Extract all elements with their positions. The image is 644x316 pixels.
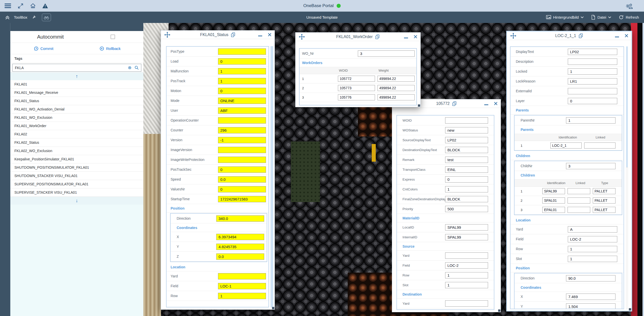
resize-handle[interactable] (629, 308, 631, 310)
field-input-displaytext[interactable] (568, 49, 617, 55)
page-scrollbar[interactable] (642, 23, 644, 316)
tag-list-item[interactable]: FKLA01_WO_Activation_Denial (10, 105, 143, 113)
field-input-yard[interactable] (445, 300, 488, 307)
cell-input[interactable] (568, 197, 590, 204)
field-input-field[interactable] (218, 283, 266, 289)
move-handle-icon[interactable] (510, 33, 517, 39)
field-input-sourcedisplaytext[interactable] (445, 137, 488, 143)
field-input-y[interactable] (566, 303, 615, 309)
field-input-externalid[interactable] (568, 88, 617, 94)
user-settings-icon[interactable] (625, 3, 633, 9)
dialog-titlebar[interactable]: LOC-2_1_1 (507, 32, 631, 40)
cell-input[interactable] (593, 188, 615, 194)
field-input-description[interactable] (568, 59, 617, 65)
field-input-malfunction[interactable] (218, 68, 266, 74)
field-input-postrack[interactable] (218, 78, 266, 84)
field-input-priority[interactable] (445, 206, 488, 212)
field-input-slot[interactable] (445, 282, 488, 288)
field-input-cntcolors[interactable] (445, 186, 488, 192)
wrench-icon[interactable] (31, 15, 36, 20)
cell-input[interactable] (338, 76, 375, 82)
field-input-mode[interactable] (218, 98, 266, 104)
cell-input[interactable] (542, 188, 565, 194)
tag-list-item[interactable]: Keepalive_PositionSimulator_FKLA01 (10, 155, 143, 163)
home-icon[interactable] (30, 3, 36, 9)
field-input-remark[interactable] (445, 157, 488, 163)
field-input-x[interactable] (566, 294, 615, 300)
field-input-express[interactable] (445, 176, 488, 183)
alert-icon[interactable] (42, 3, 48, 8)
tag-list-item[interactable]: SHUTDOWN_POSITIONSIMULATOR_FKLA01 (10, 163, 143, 172)
cell-input[interactable] (568, 188, 590, 194)
field-input-parentnr[interactable] (566, 117, 615, 124)
dialog-titlebar[interactable]: FKLA01_WorkOrder (296, 33, 420, 41)
dialog-scrollbar[interactable] (271, 46, 273, 307)
field-input-x[interactable] (216, 234, 264, 240)
background-image-button[interactable]: Hintergrundbild (546, 15, 584, 19)
copy-icon[interactable] (231, 32, 235, 37)
cell-input[interactable] (338, 85, 375, 91)
dialog-scrollbar[interactable] (626, 46, 628, 309)
field-input-field[interactable] (445, 262, 488, 269)
field-input-postracksec[interactable] (218, 166, 266, 173)
cell-input[interactable] (542, 197, 565, 204)
cell-input[interactable] (378, 94, 415, 100)
cell-input[interactable] (550, 142, 582, 149)
field-input-direction[interactable] (216, 215, 264, 222)
field-input-transportclass[interactable] (445, 166, 488, 173)
close-icon[interactable] (494, 102, 498, 105)
field-input-operationcounter[interactable] (218, 117, 266, 124)
field-input-field[interactable] (568, 236, 617, 242)
tag-list-item[interactable]: SUPERVISE_POSITIONSIMULATOR_FKLA01 (10, 180, 143, 188)
collapse-panel-icon[interactable] (5, 15, 10, 20)
tag-list-item[interactable]: FKLA01 (10, 80, 143, 89)
cell-input[interactable] (593, 207, 615, 213)
copy-icon[interactable] (578, 33, 583, 38)
cell-input[interactable] (378, 85, 415, 91)
resize-handle[interactable] (418, 104, 420, 107)
field-input-imageversion[interactable] (218, 147, 266, 153)
field-input-counter[interactable] (218, 127, 266, 133)
cell-input[interactable] (542, 207, 565, 213)
rollback-button[interactable]: Rollback (77, 43, 144, 54)
field-input-row[interactable] (568, 246, 617, 252)
tag-list-item[interactable]: FKLA02 (10, 130, 143, 138)
close-icon[interactable] (625, 34, 628, 38)
minimize-button[interactable] (615, 34, 619, 37)
field-input-lockreason[interactable] (568, 78, 617, 84)
scroll-down-button[interactable]: ↓ (10, 197, 143, 205)
field-input-postype[interactable] (218, 48, 266, 55)
field-input-user[interactable] (218, 107, 266, 114)
tag-list-item[interactable]: FKLA01_WO_Exclusion (10, 113, 143, 122)
binoculars-button[interactable] (42, 14, 51, 21)
cell-input[interactable] (593, 197, 615, 204)
tag-list-item[interactable]: FKLA02_Status (10, 138, 143, 147)
field-input-z[interactable] (216, 253, 264, 260)
cell-input[interactable] (568, 207, 590, 213)
clear-search-icon[interactable]: ⊗ (128, 66, 131, 70)
close-icon[interactable] (268, 33, 272, 37)
field-input-slot[interactable] (568, 256, 617, 262)
field-input-startuptime[interactable] (218, 196, 266, 202)
field-input-motion[interactable] (218, 88, 266, 94)
refresh-button[interactable]: Refresh (619, 15, 639, 20)
move-handle-icon[interactable] (299, 34, 305, 40)
cell-input[interactable] (378, 76, 415, 82)
field-input-yard[interactable] (568, 226, 617, 233)
field-input-finalzonedestinationdisplaytext[interactable] (445, 196, 488, 202)
scroll-up-button[interactable]: ↑ (10, 72, 143, 80)
field-input-direction[interactable] (566, 275, 615, 281)
field-input-imagewriteprotection[interactable] (218, 157, 266, 163)
move-handle-icon[interactable] (164, 32, 171, 38)
field-input-speed[interactable] (218, 176, 266, 183)
field-input-version[interactable] (218, 137, 266, 143)
minimize-button[interactable] (484, 102, 488, 105)
field-input-childnr[interactable] (566, 163, 615, 169)
field-input-locked[interactable] (568, 68, 617, 75)
field-input-destinationdisplaytext[interactable] (445, 147, 488, 153)
tag-list-item[interactable]: FKLA01_Message_Receive (10, 89, 143, 97)
field-input-internalid[interactable] (445, 234, 488, 240)
field-input-load[interactable] (218, 58, 266, 65)
search-icon[interactable] (135, 66, 139, 70)
field-input-row[interactable] (445, 272, 488, 278)
